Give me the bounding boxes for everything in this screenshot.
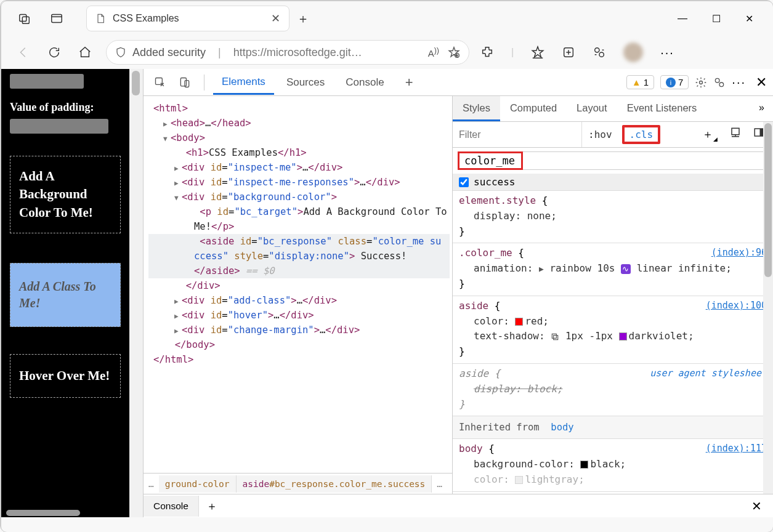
- tab-actions-icon[interactable]: [49, 11, 64, 26]
- tab-add[interactable]: +: [397, 68, 422, 97]
- breadcrumb-item-selected: aside#bc_response.color_me.success: [237, 475, 432, 493]
- tab-computed[interactable]: Computed: [500, 96, 567, 121]
- more-tabs-icon[interactable]: »: [750, 96, 773, 121]
- info-badge[interactable]: i7: [660, 75, 689, 89]
- inspect-icon[interactable]: [150, 76, 171, 89]
- svg-rect-23: [760, 129, 763, 136]
- home-button[interactable]: [78, 45, 92, 60]
- computed-styles-icon[interactable]: [730, 127, 741, 142]
- value-of-padding-label: Value of padding:: [10, 101, 121, 114]
- title-bar: CSS Examples ✕ ＋ — ☐ ✕: [1, 1, 773, 36]
- rule-body: (index):117 body { background-color: bla…: [453, 439, 773, 491]
- drawer-close-icon[interactable]: ✕: [740, 499, 773, 514]
- rule-aside-ua: user agent stylesheet aside { display: b…: [453, 364, 773, 416]
- workspaces-icon[interactable]: [17, 11, 32, 26]
- styles-toolbar: Filter :hov .cls ＋◢: [453, 122, 773, 148]
- breadcrumb-item: ground-color: [159, 475, 237, 493]
- profile-avatar[interactable]: [623, 42, 643, 62]
- ua-label: user agent stylesheet: [650, 366, 767, 381]
- profile-switch-icon[interactable]: [593, 46, 606, 59]
- console-drawer: Console ＋ ✕: [144, 494, 773, 517]
- svg-rect-25: [554, 336, 558, 340]
- dom-tree[interactable]: <html> ▶<head>…</head> ▼<body> <h1>CSS E…: [144, 96, 452, 473]
- tab-close-icon[interactable]: ✕: [271, 12, 280, 25]
- cls-input-row: color_me: [453, 148, 773, 174]
- class-checkbox-row: success: [453, 174, 773, 191]
- svg-rect-0: [20, 15, 26, 22]
- drawer-add-tab[interactable]: ＋: [199, 494, 225, 518]
- maximize-button[interactable]: ☐: [712, 13, 721, 25]
- hov-toggle[interactable]: :hov: [582, 129, 618, 140]
- svg-point-17: [716, 78, 720, 83]
- device-toggle-icon[interactable]: [174, 76, 195, 89]
- svg-point-12: [599, 52, 604, 57]
- url-text: https://microsoftedge.git…: [233, 46, 422, 59]
- source-link[interactable]: (index):100: [706, 299, 767, 313]
- success-checkbox[interactable]: [459, 177, 469, 187]
- back-button: [16, 45, 31, 60]
- source-link[interactable]: (index):96: [711, 246, 767, 260]
- dom-breadcrumb[interactable]: … ground-color aside#bc_response.color_m…: [144, 473, 452, 494]
- tab-layout[interactable]: Layout: [567, 96, 617, 121]
- tab-title: CSS Examples: [113, 13, 264, 24]
- minimize-button[interactable]: —: [678, 13, 687, 25]
- collections-icon[interactable]: [562, 46, 575, 59]
- settings-icon[interactable]: [695, 76, 707, 89]
- rule-aside: (index):100 aside { color: red; text-sha…: [453, 296, 773, 364]
- warnings-badge[interactable]: ▲1: [626, 75, 654, 89]
- page-vertical-scrollbar[interactable]: [129, 69, 143, 517]
- page-icon: [95, 14, 105, 23]
- tab-styles[interactable]: Styles: [453, 96, 500, 121]
- success-label: success: [474, 176, 515, 188]
- styles-pane: Styles Computed Layout Event Listeners »…: [453, 96, 773, 494]
- svg-rect-14: [180, 78, 186, 86]
- page-viewport: Value of padding: Add A Background Color…: [1, 69, 129, 517]
- devtools-more-icon[interactable]: ···: [732, 75, 746, 89]
- new-tab-button[interactable]: ＋: [297, 10, 309, 27]
- drawer-tab-console[interactable]: Console: [144, 496, 199, 517]
- styles-filter-input[interactable]: Filter: [453, 122, 582, 147]
- rule-color-me: (index):96 .color_me { animation: ▶ rain…: [453, 243, 773, 296]
- dom-tree-pane: <html> ▶<head>…</head> ▼<body> <h1>CSS E…: [144, 96, 453, 494]
- styles-scrollbar[interactable]: [763, 122, 773, 494]
- shield-icon: [115, 47, 126, 58]
- security-label: Added security: [132, 46, 206, 59]
- tab-elements[interactable]: Elements: [213, 70, 274, 95]
- browser-tab[interactable]: CSS Examples ✕: [86, 6, 289, 31]
- css-rules[interactable]: element.style { display: none; } (index)…: [453, 191, 773, 494]
- svg-point-11: [595, 48, 599, 52]
- hover-box[interactable]: Hover Over Me!: [10, 354, 121, 397]
- refresh-button[interactable]: [47, 45, 62, 60]
- input-placeholder-block[interactable]: [10, 74, 84, 89]
- tab-console[interactable]: Console: [337, 70, 392, 95]
- svg-rect-2: [52, 15, 62, 23]
- svg-point-16: [700, 81, 703, 84]
- devtools-close-icon[interactable]: ✕: [756, 75, 767, 91]
- source-link[interactable]: (index):117: [706, 441, 767, 456]
- read-aloud-icon[interactable]: A)): [428, 46, 439, 58]
- customize-icon[interactable]: [713, 76, 726, 89]
- tab-sources[interactable]: Sources: [278, 70, 333, 95]
- favorites-icon[interactable]: [531, 46, 544, 59]
- address-bar[interactable]: Added security | https://microsoftedge.g…: [106, 40, 469, 65]
- inherited-from-row: Inherited from body: [453, 416, 773, 439]
- horizontal-scrollbar[interactable]: [6, 510, 124, 516]
- input-padding-block[interactable]: [10, 119, 108, 134]
- devtools: Elements Sources Console + ▲1 i7 ··· ✕ <…: [143, 69, 773, 517]
- svg-rect-1: [22, 17, 29, 23]
- close-window-button[interactable]: ✕: [745, 13, 753, 25]
- address-bar-row: Added security | https://microsoftedge.g…: [1, 36, 773, 69]
- styles-tabs: Styles Computed Layout Event Listeners »: [453, 96, 773, 122]
- background-color-box[interactable]: Add A Background Color To Me!: [10, 156, 121, 233]
- add-class-input[interactable]: color_me: [458, 151, 523, 170]
- extensions-icon[interactable]: [480, 46, 494, 59]
- selected-dom-node[interactable]: ••• <aside id="bc_response" class="color…: [148, 234, 450, 278]
- svg-rect-24: [552, 334, 557, 338]
- new-style-rule-icon[interactable]: ＋◢: [702, 127, 718, 142]
- favorite-icon[interactable]: [448, 46, 460, 58]
- cls-toggle[interactable]: .cls: [622, 125, 661, 144]
- more-menu-icon[interactable]: ···: [660, 46, 674, 60]
- tab-event-listeners[interactable]: Event Listeners: [617, 96, 707, 121]
- add-class-box[interactable]: Add A Class To Me!: [10, 263, 121, 327]
- rule-element-style: element.style { display: none; }: [453, 191, 773, 243]
